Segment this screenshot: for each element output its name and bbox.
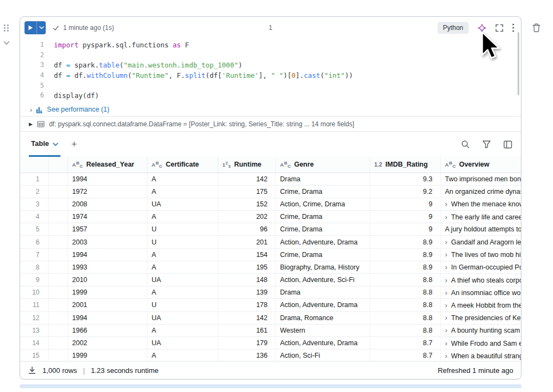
imdb-rating-cell[interactable]: 8.8 [370, 274, 440, 286]
imdb-rating-cell[interactable]: 9.3 [370, 173, 440, 185]
overview-cell[interactable]: ›A bounty hunting scam j [440, 324, 521, 336]
runtime-cell[interactable]: 195 [218, 261, 275, 273]
add-visualization-button[interactable]: + [71, 139, 77, 149]
released-year-cell[interactable]: 1957 [67, 223, 147, 236]
see-performance-link[interactable]: See performance (1) [47, 106, 109, 113]
released-year-cell[interactable]: 1994 [67, 311, 147, 324]
overview-cell[interactable]: ›Gandalf and Aragorn lea [440, 236, 521, 248]
column-header-runtime[interactable]: 123Runtime [218, 157, 275, 173]
imdb-rating-cell[interactable]: 8.9 [370, 261, 440, 273]
certificate-cell[interactable]: A [147, 173, 218, 185]
overview-cell[interactable]: ›A thief who steals corpo [440, 274, 521, 286]
released-year-cell[interactable]: 1999 [67, 286, 147, 299]
code-line[interactable]: 5 [20, 80, 521, 90]
released-year-cell[interactable]: 1974 [67, 211, 147, 223]
imdb-rating-cell[interactable]: 8.8 [370, 286, 440, 299]
genre-cell[interactable]: Action, Adventure, Drama [275, 236, 370, 248]
drag-handle-icon[interactable] [3, 24, 10, 32]
genre-cell[interactable]: Action, Crime, Drama [275, 198, 370, 210]
overview-cell[interactable]: An organized crime dynasty [440, 185, 521, 198]
imdb-rating-cell[interactable]: 9 [370, 223, 440, 236]
genre-cell[interactable]: Action, Adventure, Drama [275, 299, 370, 311]
runtime-cell[interactable]: 154 [218, 248, 275, 261]
code-line[interactable]: 3df = spark.table("main.westonh.imdb_top… [20, 60, 521, 70]
released-year-cell[interactable]: 2002 [67, 336, 147, 349]
imdb-rating-cell[interactable]: 8.9 [370, 236, 440, 248]
runtime-cell[interactable]: 179 [218, 336, 275, 349]
certificate-cell[interactable]: A [147, 211, 218, 223]
genre-cell[interactable]: Drama [275, 173, 370, 185]
released-year-cell[interactable]: 1993 [67, 261, 147, 273]
certificate-cell[interactable]: A [147, 248, 218, 261]
certificate-cell[interactable]: A [147, 185, 218, 198]
genre-cell[interactable]: Action, Sci-Fi [275, 350, 370, 361]
overview-cell[interactable]: ›The presidencies of Ken [440, 311, 521, 324]
row-number-cell[interactable]: 6 [20, 236, 48, 248]
code-line[interactable]: 2 [20, 50, 521, 60]
collapse-cell-chevron-icon[interactable] [3, 41, 10, 45]
genre-cell[interactable]: Drama [275, 286, 370, 299]
fullscreen-icon[interactable] [495, 24, 503, 32]
certificate-cell[interactable]: A [147, 261, 218, 273]
column-header-imdb_rating[interactable]: 1.2IMDB_Rating [370, 157, 440, 173]
certificate-cell[interactable]: A [147, 286, 218, 299]
row-number-cell[interactable]: 15 [20, 350, 48, 361]
imdb-rating-cell[interactable]: 8.8 [370, 311, 440, 324]
row-number-cell[interactable]: 5 [20, 223, 48, 236]
runtime-cell[interactable]: 96 [218, 223, 275, 236]
certificate-cell[interactable]: U [147, 299, 218, 311]
imdb-rating-cell[interactable]: 9 [370, 211, 440, 223]
overview-cell[interactable]: ›The early life and career [440, 211, 521, 223]
expand-row-chevron-icon[interactable]: › [445, 301, 447, 309]
genre-cell[interactable]: Drama, Romance [275, 311, 370, 324]
overview-cell[interactable]: ›In German-occupied Pol [440, 261, 521, 273]
released-year-cell[interactable]: 1994 [67, 173, 147, 185]
column-header-released_year[interactable]: ABCReleased_Year [67, 157, 147, 173]
run-cell-button[interactable] [24, 21, 46, 34]
imdb-rating-cell[interactable]: 8.9 [370, 248, 440, 261]
tab-table[interactable]: Table [29, 132, 60, 157]
row-number-cell[interactable]: 8 [20, 261, 48, 273]
runtime-cell[interactable]: 202 [218, 211, 275, 223]
overview-cell[interactable]: ›When the menace known [440, 198, 521, 210]
certificate-cell[interactable]: A [147, 324, 218, 336]
released-year-cell[interactable]: 2003 [67, 236, 147, 248]
expand-row-chevron-icon[interactable]: › [445, 326, 447, 334]
imdb-rating-cell[interactable]: 9 [370, 198, 440, 210]
expand-row-chevron-icon[interactable]: › [445, 276, 447, 284]
code-line[interactable]: 6display(df) [20, 90, 521, 101]
imdb-rating-cell[interactable]: 8.8 [370, 299, 440, 311]
expand-triangle-icon[interactable]: ▶ [29, 121, 33, 127]
overview-cell[interactable]: ›A meek Hobbit from the [440, 299, 521, 311]
editor-scrollbar[interactable] [518, 32, 519, 95]
runtime-cell[interactable]: 175 [218, 185, 275, 198]
column-header-overview[interactable]: ABCOverview [440, 157, 521, 173]
genre-cell[interactable]: Crime, Drama [275, 211, 370, 223]
certificate-cell[interactable]: A [147, 350, 218, 361]
overview-cell[interactable]: ›An insomniac office worl [440, 286, 521, 299]
expand-row-chevron-icon[interactable]: › [445, 352, 447, 360]
genre-cell[interactable]: Crime, Drama [275, 223, 370, 236]
tab-options-chevron-icon[interactable] [53, 139, 58, 149]
released-year-cell[interactable]: 2008 [67, 198, 147, 210]
overview-cell[interactable]: A jury holdout attempts to p [440, 223, 521, 236]
row-number-cell[interactable]: 10 [20, 286, 48, 299]
genre-cell[interactable]: Crime, Drama [275, 185, 370, 198]
certificate-cell[interactable]: UA [147, 274, 218, 286]
genre-cell[interactable]: Crime, Drama [275, 248, 370, 261]
row-number-cell[interactable]: 1 [20, 173, 48, 185]
genre-cell[interactable]: Western [275, 324, 370, 336]
runtime-cell[interactable]: 139 [218, 286, 275, 299]
row-number-cell[interactable]: 12 [20, 311, 48, 324]
download-icon[interactable] [28, 366, 36, 375]
runtime-cell[interactable]: 148 [218, 274, 275, 286]
delete-cell-button[interactable] [532, 23, 541, 33]
runtime-cell[interactable]: 161 [218, 324, 275, 336]
expand-row-chevron-icon[interactable]: › [445, 263, 447, 271]
certificate-cell[interactable]: UA [147, 336, 218, 349]
code-editor[interactable]: 1import pyspark.sql.functions as F23df =… [20, 39, 521, 103]
runtime-cell[interactable]: 201 [218, 236, 275, 248]
code-line[interactable]: 1import pyspark.sql.functions as F [20, 40, 521, 50]
assistant-sparkle-icon[interactable] [477, 23, 487, 33]
language-selector[interactable]: Python [438, 22, 469, 34]
